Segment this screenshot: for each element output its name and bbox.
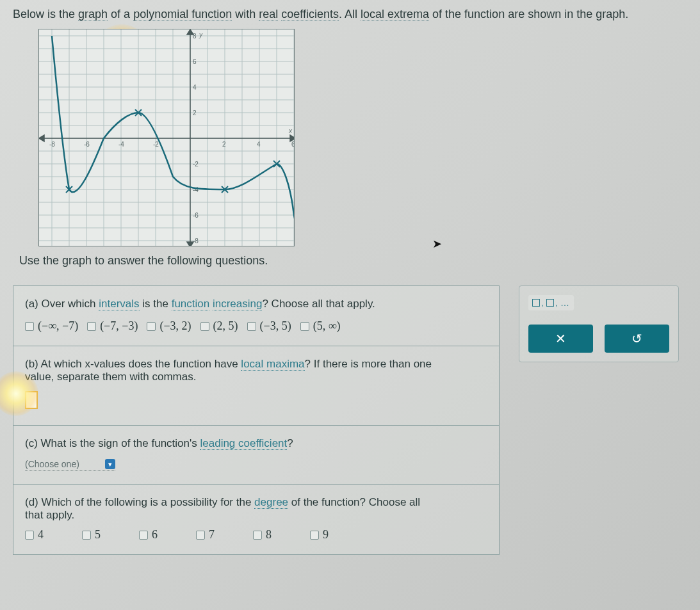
option-a-6: (5, ∞) <box>313 319 341 333</box>
checkbox-d-5[interactable] <box>82 531 91 540</box>
list-format-button[interactable]: ,,… <box>528 295 574 310</box>
option-d-8: 8 <box>266 528 272 542</box>
option-a-3: (−3, 2) <box>159 319 191 333</box>
function-link: function <box>172 298 210 310</box>
question-d: (d) Which of the following is a possibil… <box>13 485 499 554</box>
increasing-link: increasing <box>213 298 263 310</box>
svg-text:-2: -2 <box>153 141 159 148</box>
checkbox-d-8[interactable] <box>253 531 262 540</box>
svg-text:y: y <box>199 31 203 38</box>
use-graph-text: Use the graph to answer the following qu… <box>19 254 687 268</box>
svg-text:-6: -6 <box>84 141 90 148</box>
option-a-4: (2, 5) <box>213 319 238 333</box>
question-a: (a) Over which intervals is the function… <box>13 286 499 346</box>
svg-marker-37 <box>39 135 44 141</box>
checkbox-d-7[interactable] <box>196 531 205 540</box>
checkbox-a-4[interactable] <box>200 322 209 331</box>
question-b: (b) At which x-values does the function … <box>13 346 499 426</box>
sign-select[interactable]: (Choose one) ▾ <box>25 459 115 471</box>
checkbox-a-1[interactable] <box>25 322 34 331</box>
option-a-5: (−3, 5) <box>260 319 291 333</box>
option-d-7: 7 <box>209 528 215 542</box>
checkbox-d-6[interactable] <box>139 531 148 540</box>
tool-panel: ,,… ✕ ↺ <box>519 285 679 362</box>
dropdown-icon: ▾ <box>105 459 115 469</box>
local-maxima-link: local maxima <box>241 358 304 371</box>
svg-text:x: x <box>288 127 293 134</box>
reset-button[interactable]: ↺ <box>605 325 669 353</box>
checkbox-d-4[interactable] <box>25 531 34 540</box>
svg-text:-6: -6 <box>193 212 199 219</box>
svg-text:6: 6 <box>291 141 295 148</box>
svg-text:4: 4 <box>257 141 261 148</box>
questions-box: (a) Over which intervals is the function… <box>13 285 500 555</box>
svg-text:-8: -8 <box>49 141 55 148</box>
option-a-1: (−∞, −7) <box>38 319 78 333</box>
sign-select-label: (Choose one) <box>25 459 79 469</box>
svg-text:-2: -2 <box>193 161 199 168</box>
option-d-4: 4 <box>38 528 44 542</box>
option-d-5: 5 <box>95 528 101 542</box>
option-d-6: 6 <box>152 528 158 542</box>
option-d-9: 9 <box>323 528 329 542</box>
option-a-2: (−7, −3) <box>100 319 138 333</box>
local-maxima-input[interactable] <box>25 391 38 409</box>
svg-text:2: 2 <box>222 141 226 148</box>
svg-text:4: 4 <box>193 84 197 91</box>
x-icon: ✕ <box>555 331 566 346</box>
checkbox-a-5[interactable] <box>247 322 256 331</box>
degree-link: degree <box>254 496 288 509</box>
svg-text:8: 8 <box>193 33 197 40</box>
intervals-link: intervals <box>99 298 139 310</box>
intro-text: Below is the graph of a polynomial funct… <box>13 6 687 22</box>
clear-button[interactable]: ✕ <box>528 325 593 353</box>
svg-text:-4: -4 <box>118 141 124 148</box>
leading-coefficient-link: leading coefficient <box>200 437 287 450</box>
reset-icon: ↺ <box>631 331 642 346</box>
svg-text:6: 6 <box>193 58 197 65</box>
checkbox-a-6[interactable] <box>300 322 309 331</box>
question-c: (c) What is the sign of the function's l… <box>13 426 499 485</box>
checkbox-a-3[interactable] <box>147 322 156 331</box>
polynomial-graph: 8 6 4 2 -2 -4 -6 -8 -8 -6 -4 -2 2 4 6 y … <box>38 29 295 246</box>
checkbox-d-9[interactable] <box>310 531 319 540</box>
svg-text:-8: -8 <box>193 237 199 245</box>
svg-text:2: 2 <box>193 109 197 116</box>
mouse-cursor-icon: ➤ <box>432 237 442 251</box>
checkbox-a-2[interactable] <box>87 322 96 331</box>
